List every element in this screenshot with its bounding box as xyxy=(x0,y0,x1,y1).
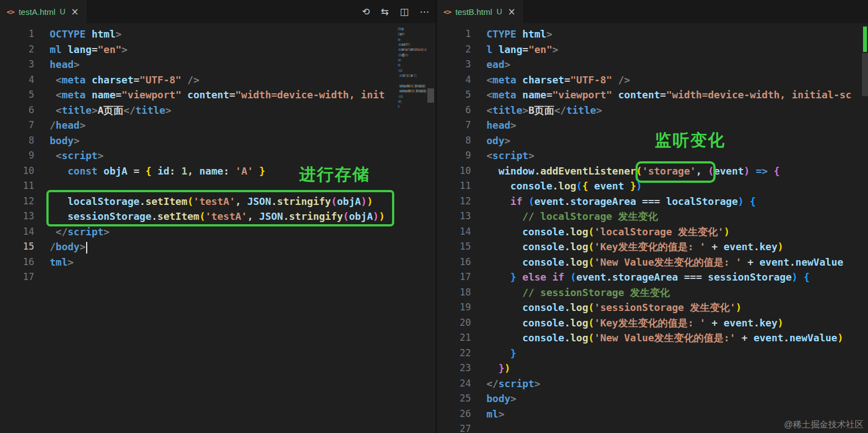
git-untracked-badge: U xyxy=(496,7,502,16)
code-line: 4<meta charset="UTF-8" /> xyxy=(437,72,868,88)
code-line: 19 console.log('sessionStorage 发生变化') xyxy=(437,300,868,315)
code-line: 8body> xyxy=(0,133,436,149)
code-line: 14 </script> xyxy=(0,224,436,240)
code-line: 23 }) xyxy=(437,361,868,376)
left-code[interactable]: 1OCTYPE html>2ml lang="en">3head>4 <meta… xyxy=(0,23,436,433)
code-line: 4 <meta charset="UTF-8" /> xyxy=(0,72,436,88)
code-line: 16 console.log('New Value发生变化的值是: ' + ev… xyxy=(437,255,868,270)
code-line: 6 <title>A页面</title> xyxy=(0,103,436,118)
code-line: 9<script> xyxy=(437,148,868,163)
vscode-workbench: <> testA.html U × ⟲ ⇆ ◫ ⋯ 1OCTYPE html>2… xyxy=(0,0,868,433)
code-line: 6<title>B页面</title> xyxy=(437,103,868,118)
split-editor-icon[interactable]: ◫ xyxy=(400,6,409,17)
code-line: 2l lang="en"> xyxy=(437,42,868,57)
code-line: 24</script> xyxy=(437,376,868,392)
code-line: 5<meta name="viewport" content="width=de… xyxy=(437,87,868,103)
editor-toolbar-left: ⟲ ⇆ ◫ ⋯ xyxy=(362,0,429,23)
code-line: 21 console.log('New Value发生变化的值是:' + eve… xyxy=(437,330,868,346)
close-icon[interactable]: × xyxy=(71,6,78,17)
right-scrollbar-thumb[interactable] xyxy=(862,53,868,96)
code-line: 5 <meta name="viewport" content="width=d… xyxy=(0,87,436,103)
code-line: 3ead> xyxy=(437,57,868,72)
tabbar-left: <> testA.html U × ⟲ ⇆ ◫ ⋯ xyxy=(0,0,436,23)
code-line: 10 window.addEventListener('storage', (e… xyxy=(437,163,868,179)
code-line: 11 xyxy=(0,178,436,194)
code-line: 13 sessionStorage.setItem('testA', JSON.… xyxy=(0,209,436,224)
editor-group-left: <> testA.html U × ⟲ ⇆ ◫ ⋯ 1OCTYPE html>2… xyxy=(0,0,437,433)
left-scrollbar-thumb[interactable] xyxy=(427,88,434,103)
code-line: 15 console.log('Key发生变化的值是: ' + event.ke… xyxy=(437,239,868,255)
code-line: 17 xyxy=(0,270,436,285)
code-line: 12 localStorage.setItem('testA', JSON.st… xyxy=(0,194,436,209)
code-line: 22 } xyxy=(437,346,868,361)
right-code[interactable]: 1CTYPE html>2l lang="en">3ead>4<meta cha… xyxy=(437,23,868,433)
more-actions-icon[interactable]: ⋯ xyxy=(420,6,429,17)
tab-testB[interactable]: <> testB.html U × xyxy=(437,0,523,23)
tab-testA[interactable]: <> testA.html U × xyxy=(0,0,86,23)
code-line: 17 } else if (event.storageArea === sess… xyxy=(437,270,868,285)
code-line: 18 // sessionStorage 发生变化 xyxy=(437,285,868,300)
code-line: 9 <script> xyxy=(0,148,436,163)
open-changes-icon[interactable]: ⇆ xyxy=(381,6,389,17)
watermark: @稀土掘金技术社区 xyxy=(784,419,864,431)
code-line: 2ml lang="en"> xyxy=(0,42,436,57)
code-line: 10 const objA = { id: 1, name: 'A' } xyxy=(0,163,436,179)
html-file-icon: <> xyxy=(443,8,451,16)
code-line: 8ody> xyxy=(437,133,868,149)
left-minimap[interactable]: 1OCTYPE html>2ml lang="en">3head>4 <meta… xyxy=(394,27,428,131)
code-line: 3head> xyxy=(0,57,436,72)
code-line: 13 // localStorage 发生变化 xyxy=(437,209,868,224)
code-line: 15/body> xyxy=(0,239,436,255)
code-line: 20 console.log('Key发生变化的值是: ' + event.ke… xyxy=(437,315,868,331)
editor-group-right: <> testB.html U × 1CTYPE html>2l lang="e… xyxy=(437,0,868,433)
code-line: 16tml> xyxy=(0,255,436,270)
tabbar-right: <> testB.html U × xyxy=(437,0,868,23)
tab-label-testA: testA.html xyxy=(19,7,56,17)
close-icon[interactable]: × xyxy=(507,6,515,17)
code-line: 1OCTYPE html> xyxy=(0,27,436,42)
code-line: 12 if (event.storageArea === localStorag… xyxy=(437,194,868,209)
code-line: 7/head> xyxy=(0,118,436,133)
git-untracked-badge: U xyxy=(60,7,65,16)
text-cursor xyxy=(86,242,87,254)
code-line: 7head> xyxy=(437,118,868,133)
code-line: 1CTYPE html> xyxy=(437,27,868,42)
tab-label-testB: testB.html xyxy=(456,7,493,17)
code-line: 25body> xyxy=(437,391,868,406)
html-file-icon: <> xyxy=(7,8,14,16)
overview-ruler-mark xyxy=(863,27,867,52)
timeline-icon[interactable]: ⟲ xyxy=(362,6,369,17)
code-line: 11 console.log({ event }) xyxy=(437,178,868,194)
code-line: 14 console.log('localStorage 发生变化') xyxy=(437,224,868,240)
